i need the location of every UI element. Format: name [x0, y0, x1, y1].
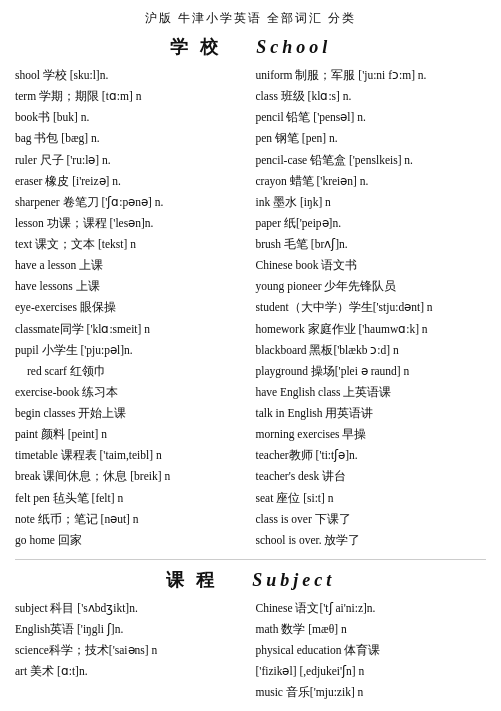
subject-left-entry: art 美术 [ɑ:t]n.	[15, 661, 246, 681]
school-right-entry: homework 家庭作业 ['haumwɑ:k] n	[256, 319, 487, 339]
school-right-entry: pen 钢笔 [pen] n.	[256, 128, 487, 148]
school-left-entry: begin classes 开始上课	[15, 403, 246, 423]
subject-right-entry: Chinese 语文['tʃ ai'ni:z]n.	[256, 598, 487, 618]
school-right-entry: uniform 制服；军服 ['ju:ni fɔ:m] n.	[256, 65, 487, 85]
school-right-entry: seat 座位 [si:t] n	[256, 488, 487, 508]
school-left-entry: timetable 课程表 ['taim,teibl] n	[15, 445, 246, 465]
school-section-title: 学 校 School	[15, 35, 486, 59]
subject-left-entry: subject 科目 ['sʌbdʒikt]n.	[15, 598, 246, 618]
school-left-entry: felt pen 毡头笔 [felt] n	[15, 488, 246, 508]
school-left-entry: have lessons 上课	[15, 276, 246, 296]
school-title-zh: 学 校	[170, 37, 223, 57]
school-vocab-grid: shool 学校 [sku:l]n.term 学期；期限 [tɑ:m] nboo…	[15, 65, 486, 551]
school-left-entry: book书 [buk] n.	[15, 107, 246, 127]
school-right-entry: playground 操场['plei ə raund] n	[256, 361, 487, 381]
page-container: 沪版 牛津小学英语 全部词汇 分类 学 校 School shool 学校 [s…	[15, 10, 486, 704]
school-right-entry: brush 毛笔 [brʌʃ]n.	[256, 234, 487, 254]
school-left-entry: eye-exercises 眼保操	[15, 297, 246, 317]
school-left-entry: eraser 橡皮 [i'reizə] n.	[15, 171, 246, 191]
school-left-entry: ruler 尺子 ['ru:lə] n.	[15, 150, 246, 170]
school-left-entry: lesson 功课；课程 ['lesən]n.	[15, 213, 246, 233]
school-left-entry: bag 书包 [bæg] n.	[15, 128, 246, 148]
school-left-entry: exercise-book 练习本	[15, 382, 246, 402]
school-right-entry: Chinese book 语文书	[256, 255, 487, 275]
school-right-entry: have English class 上英语课	[256, 382, 487, 402]
school-left-entry: have a lesson 上课	[15, 255, 246, 275]
section-divider	[15, 559, 486, 560]
school-left-col: shool 学校 [sku:l]n.term 学期；期限 [tɑ:m] nboo…	[15, 65, 246, 551]
school-right-entry: paper 纸['peipə]n.	[256, 213, 487, 233]
school-right-col: uniform 制服；军服 ['ju:ni fɔ:m] n.class 班级 […	[256, 65, 487, 551]
school-right-entry: young pioneer 少年先锋队员	[256, 276, 487, 296]
school-left-entry: shool 学校 [sku:l]n.	[15, 65, 246, 85]
school-title-en: School	[256, 37, 331, 57]
school-right-entry: morning exercises 早操	[256, 424, 487, 444]
subject-right-col: Chinese 语文['tʃ ai'ni:z]n.math 数学 [mæθ] n…	[256, 598, 487, 704]
school-right-entry: class is over 下课了	[256, 509, 487, 529]
school-right-entry: crayon 蜡笔 ['kreiən] n.	[256, 171, 487, 191]
school-left-entry: pupil 小学生 ['pju:pəl]n.	[15, 340, 246, 360]
school-left-entry: term 学期；期限 [tɑ:m] n	[15, 86, 246, 106]
school-left-entry: classmate同学 ['klɑ:smeit] n	[15, 319, 246, 339]
subject-section: 课 程 Subject subject 科目 ['sʌbdʒikt]n.Engl…	[15, 568, 486, 704]
school-left-entry: note 纸币；笔记 [nəut] n	[15, 509, 246, 529]
school-right-entry: teacher教师 ['ti:tʃə]n.	[256, 445, 487, 465]
school-left-entry: paint 颜料 [peint] n	[15, 424, 246, 444]
school-left-entry: go home 回家	[15, 530, 246, 550]
subject-left-entry: English英语 ['iŋgli ʃ]n.	[15, 619, 246, 639]
subject-right-entry: ['fizikəl] [,edjukei'ʃn] n	[256, 661, 487, 681]
school-section: 学 校 School shool 学校 [sku:l]n.term 学期；期限 …	[15, 35, 486, 551]
school-right-entry: class 班级 [klɑ:s] n.	[256, 86, 487, 106]
subject-section-title: 课 程 Subject	[15, 568, 486, 592]
school-right-entry: blackboard 黑板['blækb ɔ:d] n	[256, 340, 487, 360]
school-right-entry: pencil 铅笔 ['pensəl] n.	[256, 107, 487, 127]
subject-vocab-grid: subject 科目 ['sʌbdʒikt]n.English英语 ['iŋgl…	[15, 598, 486, 704]
school-left-entry: break 课间休息；休息 [breik] n	[15, 466, 246, 486]
school-right-entry: pencil-case 铅笔盒 ['penslkeis] n.	[256, 150, 487, 170]
school-right-entry: student（大中学）学生['stju:dənt] n	[256, 297, 487, 317]
school-right-entry: ink 墨水 [iŋk] n	[256, 192, 487, 212]
subject-right-entry: music 音乐['mju:zik] n	[256, 682, 487, 702]
school-right-entry: talk in English 用英语讲	[256, 403, 487, 423]
school-right-entry: teacher's desk 讲台	[256, 466, 487, 486]
page-header: 沪版 牛津小学英语 全部词汇 分类	[15, 10, 486, 27]
school-left-entry: text 课文；文本 [tekst] n	[15, 234, 246, 254]
school-right-entry: school is over. 放学了	[256, 530, 487, 550]
subject-title-en: Subject	[252, 570, 335, 590]
subject-right-entry: physical education 体育课	[256, 640, 487, 660]
subject-right-entry: math 数学 [mæθ] n	[256, 619, 487, 639]
subject-title-zh: 课 程	[166, 570, 219, 590]
subject-left-entry: science科学；技术['saiəns] n	[15, 640, 246, 660]
subject-left-col: subject 科目 ['sʌbdʒikt]n.English英语 ['iŋgl…	[15, 598, 246, 704]
school-left-entry: red scarf 红领巾	[15, 361, 246, 381]
school-left-entry: sharpener 卷笔刀 ['ʃɑ:pənə] n.	[15, 192, 246, 212]
header-title: 沪版 牛津小学英语 全部词汇 分类	[145, 11, 356, 25]
